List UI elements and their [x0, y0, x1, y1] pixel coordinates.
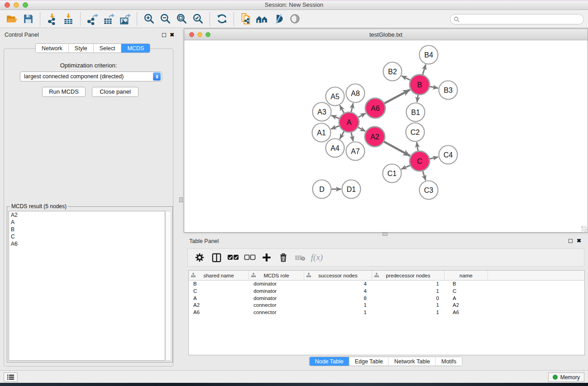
destroy-table-button[interactable] — [294, 251, 306, 264]
graph-edge-B-B2[interactable] — [402, 76, 410, 80]
graph-node-B2[interactable]: B2 — [383, 62, 402, 81]
table-cell[interactable]: dominator — [249, 295, 304, 302]
table-cell[interactable]: 1 — [372, 302, 445, 309]
tab-select[interactable]: Select — [94, 44, 122, 52]
mcds-result-item[interactable]: A6 — [9, 240, 165, 248]
mcds-result-item[interactable]: C — [9, 233, 165, 240]
network-window-titlebar[interactable]: testGlobe.txt — [184, 29, 588, 40]
table-cell[interactable]: connector — [249, 302, 304, 309]
table-cell[interactable]: 1 — [372, 281, 445, 288]
clone-network-button[interactable] — [239, 12, 253, 26]
network-canvas-area[interactable]: B4B2BB3A8A5A6A3B1AC2A1A2A4A7C4CC1DD1C3 — [184, 40, 588, 232]
apply-layout-button[interactable] — [215, 12, 229, 26]
graph-edge-A-A2[interactable] — [358, 127, 365, 131]
minimize-window-button[interactable] — [14, 2, 19, 8]
column-header-shared-name[interactable]: shared name — [189, 271, 249, 281]
table-cell[interactable]: 1 — [372, 309, 445, 316]
graph-node-A1[interactable]: A1 — [312, 124, 331, 142]
graph-edge-A-A7[interactable] — [351, 133, 353, 142]
table-row[interactable]: A2connector11A2 — [189, 302, 584, 309]
graph-node-A5[interactable]: A5 — [326, 87, 344, 106]
graph-edge-A-A4[interactable] — [340, 131, 344, 139]
mcds-result-scrollbar[interactable] — [165, 211, 171, 361]
table-cell[interactable]: dominator — [249, 281, 304, 288]
network-canvas[interactable]: B4B2BB3A8A5A6A3B1AC2A1A2A4A7C4CC1DD1C3 — [184, 40, 588, 232]
table-panel-float-button[interactable] — [569, 239, 573, 243]
export-image-button[interactable] — [118, 12, 132, 26]
close-panel-button[interactable]: Close panel — [92, 87, 139, 97]
graph-node-B1[interactable]: B1 — [406, 103, 425, 122]
export-table-button[interactable] — [102, 12, 115, 26]
graph-node-A[interactable]: A — [339, 112, 359, 132]
deselect-all-columns-button[interactable] — [244, 251, 256, 264]
graph-edge-A-A6[interactable] — [358, 113, 366, 117]
graph-edge-A-A1[interactable] — [331, 126, 339, 129]
select-all-columns-button[interactable] — [227, 251, 239, 264]
tab-node-table[interactable]: Node Table — [310, 357, 349, 366]
table-cell[interactable]: 8 — [304, 295, 372, 302]
control-panel-close-button[interactable]: ✖ — [170, 32, 174, 38]
graph-edge-B-B3[interactable] — [430, 86, 438, 88]
tab-network[interactable]: Network — [36, 44, 69, 52]
export-network-button[interactable] — [86, 12, 99, 26]
control-panel-float-button[interactable] — [162, 33, 166, 37]
graph-edge-C-C4[interactable] — [430, 157, 439, 159]
table-cell[interactable]: 0 — [372, 295, 445, 302]
table-cell[interactable]: connector — [249, 309, 304, 316]
graph-edge-C-C1[interactable] — [402, 165, 410, 169]
memory-button[interactable]: Memory — [548, 372, 584, 382]
graph-node-A4[interactable]: A4 — [326, 139, 344, 157]
column-header-name[interactable]: name — [445, 271, 488, 281]
mcds-result-item[interactable]: B — [9, 226, 165, 233]
graph-node-B3[interactable]: B3 — [439, 81, 458, 100]
save-session-button[interactable] — [21, 12, 35, 26]
table-cell[interactable]: 1 — [304, 302, 372, 309]
table-cell[interactable]: B — [189, 281, 249, 288]
graph-node-A8[interactable]: A8 — [346, 84, 365, 103]
graph-node-C3[interactable]: C3 — [420, 181, 438, 200]
graph-node-B4[interactable]: B4 — [420, 46, 438, 64]
apply-function-button[interactable]: f(x) — [311, 251, 323, 264]
graph-node-C[interactable]: C — [410, 151, 430, 171]
graph-node-A2[interactable]: A2 — [365, 127, 385, 147]
graph-node-B[interactable]: B — [410, 75, 430, 95]
zoom-selected-button[interactable] — [191, 12, 205, 26]
graph-edge-A6-B[interactable] — [384, 90, 410, 103]
table-row[interactable]: Cdominator41C — [189, 288, 584, 295]
network-minimize-button[interactable] — [197, 32, 202, 37]
search-input[interactable] — [460, 15, 583, 24]
table-cell[interactable]: 4 — [304, 281, 372, 288]
graph-node-A7[interactable]: A7 — [346, 142, 365, 161]
table-row[interactable]: Bdominator41B — [189, 281, 584, 288]
zoom-out-button[interactable] — [158, 12, 172, 26]
search-box[interactable] — [450, 14, 584, 24]
show-graphics-details-button[interactable] — [288, 12, 301, 26]
column-layout-button[interactable] — [210, 251, 223, 264]
table-cell[interactable]: 1 — [304, 309, 372, 316]
graph-node-D[interactable]: D — [313, 180, 331, 199]
mcds-result-item[interactable]: A — [9, 219, 165, 226]
zoom-window-button[interactable] — [23, 2, 28, 8]
graph-node-A6[interactable]: A6 — [365, 98, 385, 118]
window-resize-grip[interactable] — [581, 226, 587, 232]
graph-node-C4[interactable]: C4 — [439, 146, 458, 164]
table-cell[interactable]: dominator — [249, 288, 304, 295]
tab-style[interactable]: Style — [69, 44, 94, 52]
table-cell[interactable]: A — [445, 295, 488, 302]
table-cell[interactable]: C — [445, 288, 488, 295]
table-cell[interactable]: A — [189, 295, 249, 302]
table-cell[interactable]: A2 — [189, 302, 249, 309]
mcds-result-item[interactable]: A2 — [9, 211, 165, 219]
table-cell[interactable]: A6 — [445, 309, 488, 316]
table-cell[interactable]: B — [445, 281, 488, 288]
table-row[interactable]: A6connector11A6 — [189, 309, 584, 316]
network-zoom-button[interactable] — [206, 32, 210, 37]
show-panels-button[interactable] — [4, 372, 18, 382]
criterion-select[interactable]: largest connected component (directed) — [20, 71, 162, 81]
show-network-overview-button[interactable] — [255, 12, 269, 26]
column-header-predecessor-nodes[interactable]: predecessor nodes — [372, 271, 445, 281]
hide-graphics-details-button[interactable] — [272, 12, 285, 26]
graph-edge-C-C2[interactable] — [417, 142, 418, 151]
table-panel-close-button[interactable]: ✖ — [577, 238, 581, 244]
table-cell[interactable]: A2 — [445, 302, 488, 309]
